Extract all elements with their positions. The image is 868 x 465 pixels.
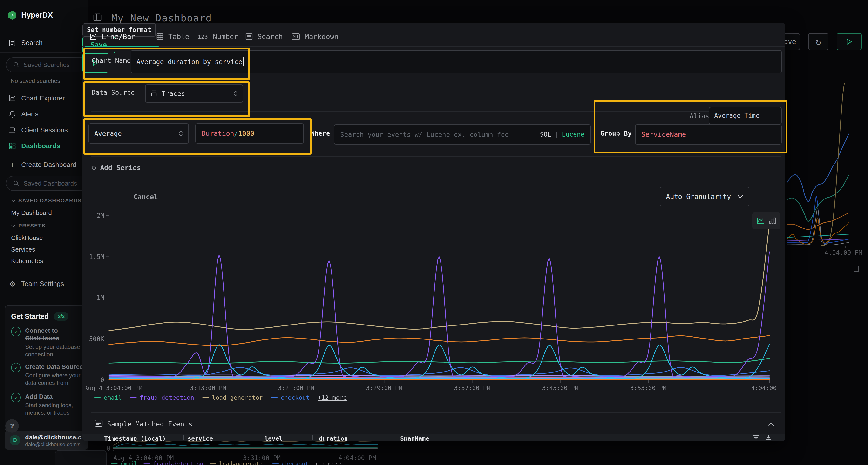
tab-search[interactable]: Search xyxy=(245,30,283,43)
download-icon[interactable] xyxy=(765,434,772,441)
add-series-button[interactable]: ⊕ Add Series xyxy=(92,163,141,172)
refresh-button[interactable]: ↻ xyxy=(808,33,829,50)
list-icon xyxy=(94,420,103,428)
get-started-item[interactable]: ✓Add DataStart sending logs, metrics, or… xyxy=(11,393,84,416)
svg-text:1.5M: 1.5M xyxy=(89,253,104,261)
sidebar-item-client-sessions[interactable]: Client Sessions xyxy=(0,123,88,137)
legend-item-checkout[interactable]: checkout xyxy=(271,394,310,401)
create-dashboard-button[interactable]: + Create Dashboard xyxy=(0,158,88,171)
legend-item--12-more[interactable]: +12 more xyxy=(315,461,342,465)
field-expression-input[interactable]: Duration/1000 xyxy=(195,123,304,143)
legend-item-email[interactable]: email xyxy=(111,461,137,465)
where-input[interactable]: Search your events w/ Lucene ex. column:… xyxy=(334,124,591,144)
sidebar-item-dashboards[interactable]: Dashboards xyxy=(0,139,88,153)
sidebar-item-team-settings[interactable]: ⚙ Team Settings xyxy=(0,277,88,291)
legend-more[interactable]: +12 more xyxy=(318,394,347,401)
main-chart[interactable]: 0500K1M1.5M2MAug 4 3:04:00 PM3:13:00 PM3… xyxy=(86,208,781,396)
tab-line-bar[interactable]: Line/Bar xyxy=(90,30,135,43)
legend-label: email xyxy=(104,394,122,401)
lucene-mode-toggle[interactable]: Lucene xyxy=(562,131,585,138)
plus-icon: + xyxy=(9,161,16,168)
cancel-button[interactable]: Cancel xyxy=(133,193,158,201)
sidebar-item-alerts[interactable]: Alerts xyxy=(0,107,88,121)
legend-item-load-generator[interactable]: load-generator xyxy=(210,461,266,465)
column-header-service[interactable]: service xyxy=(188,435,213,441)
column-header-level[interactable]: level xyxy=(265,435,283,441)
aggregation-select[interactable]: Average xyxy=(89,123,189,143)
legend-dash xyxy=(210,463,216,464)
expression-token: 1000 xyxy=(238,130,254,138)
markdown-icon xyxy=(292,33,300,40)
collapse-section-chevron-icon[interactable] xyxy=(767,422,774,427)
search-icon xyxy=(13,62,19,68)
events-table-header: Timestamp (Local)serviceleveldurationSpa… xyxy=(83,434,785,441)
column-header-timestamp-local-[interactable]: Timestamp (Local) xyxy=(104,435,166,441)
column-separator xyxy=(258,435,258,440)
help-icon: ? xyxy=(10,422,14,430)
section-header[interactable]: SAVED DASHBOARDS xyxy=(11,198,82,204)
onboarding-panel-fragment xyxy=(55,450,106,465)
legend-item-load-generator[interactable]: load-generator xyxy=(202,394,263,401)
sidebar-dashboard-kubernetes[interactable]: Kubernetes xyxy=(11,257,43,265)
list-icon xyxy=(245,33,253,40)
filter-icon[interactable] xyxy=(752,434,760,441)
divider xyxy=(91,111,781,112)
column-header-duration[interactable]: duration xyxy=(319,435,348,441)
granularity-select[interactable]: Auto Granularity xyxy=(660,187,749,206)
bar-chart-toggle-icon[interactable] xyxy=(769,217,776,225)
legend-more[interactable]: +12 more xyxy=(315,461,342,465)
get-started-item[interactable]: ✓Connect to ClickHouseSet up your databa… xyxy=(11,327,84,358)
alias-input[interactable]: Average Time xyxy=(709,107,782,124)
check-circle-icon: ✓ xyxy=(11,363,21,372)
granularity-value: Auto Granularity xyxy=(666,193,731,201)
legend-label: load-generator xyxy=(219,461,266,465)
saved-searches-input[interactable]: Saved Searches xyxy=(6,57,95,72)
group-by-input[interactable]: ServiceName xyxy=(635,124,782,144)
get-started-item[interactable]: ✓Create Data SourceConfigure where your … xyxy=(11,363,84,387)
chart-name-input[interactable]: Average duration by service xyxy=(131,50,782,73)
mini-chart-legend: emailfraud-detectionload-generatorchecko… xyxy=(111,461,341,465)
tabs-track xyxy=(83,46,785,47)
get-started-item-desc: Configure where your data comes from xyxy=(25,371,84,387)
legend-item--12-more[interactable]: +12 more xyxy=(318,394,347,401)
sidebar-item-search[interactable]: Search xyxy=(0,36,88,49)
mini-chart-x-label: 4:04:00 PM xyxy=(338,455,376,462)
sidebar-item-chart-explorer[interactable]: Chart Explorer xyxy=(0,92,88,105)
tab-number[interactable]: 123Number xyxy=(198,30,238,43)
sidebar-item-label: Alerts xyxy=(21,110,38,118)
brand[interactable]: ⚡ HyperDX xyxy=(8,10,53,20)
saved-dashboards-input[interactable]: Saved Dashboards xyxy=(6,176,95,191)
column-separator xyxy=(312,435,313,440)
tab-table[interactable]: Table xyxy=(156,30,189,43)
hyperdx-logo-icon: ⚡ xyxy=(8,10,17,20)
column-header-spanname[interactable]: SpanName xyxy=(400,435,429,441)
section-header[interactable]: PRESETS xyxy=(11,223,45,229)
saved-dashboards-placeholder: Saved Dashboards xyxy=(24,180,77,187)
user-chip[interactable]: D dale@clickhouse.c... dale@clickhouse.c… xyxy=(5,431,88,450)
sidebar-dashboard-my-dashboard[interactable]: My Dashboard xyxy=(11,209,52,217)
text-caret xyxy=(243,57,244,66)
add-series-label: Add Series xyxy=(100,164,141,172)
tile-resize-handle[interactable] xyxy=(854,266,859,272)
svg-text:0: 0 xyxy=(100,376,104,384)
active-tab-underline xyxy=(85,46,159,47)
run-dashboard-button[interactable] xyxy=(837,33,862,50)
avatar: D xyxy=(10,435,20,445)
data-source-label: Data Source xyxy=(92,89,135,96)
tab-markdown[interactable]: Markdown xyxy=(292,30,339,43)
sidebar-collapse-icon[interactable] xyxy=(93,13,102,23)
legend-label: checkout xyxy=(281,394,310,401)
expression-token: / xyxy=(234,130,238,138)
legend-item-fraud-detection[interactable]: fraud-detection xyxy=(144,461,203,465)
search-doc-icon xyxy=(9,39,16,46)
data-source-select[interactable]: Traces xyxy=(145,84,243,103)
sql-mode-toggle[interactable]: SQL xyxy=(540,131,551,138)
legend-item-email[interactable]: email xyxy=(94,394,122,401)
line-chart-toggle-icon[interactable] xyxy=(756,217,765,225)
sidebar-dashboard-services[interactable]: Services xyxy=(11,246,35,253)
legend-dash xyxy=(111,463,118,464)
help-button[interactable]: ? xyxy=(5,419,19,433)
legend-item-checkout[interactable]: checkout xyxy=(272,461,309,465)
legend-item-fraud-detection[interactable]: fraud-detection xyxy=(130,394,194,401)
sidebar-dashboard-clickhouse[interactable]: ClickHouse xyxy=(11,234,43,242)
